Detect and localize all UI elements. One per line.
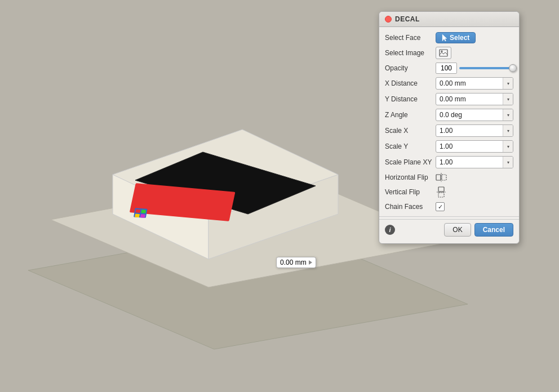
panel-header: DECAL bbox=[379, 12, 519, 27]
decal-panel: DECAL Select Face Select Select Image bbox=[379, 11, 520, 244]
panel-close-button[interactable] bbox=[385, 16, 392, 23]
svg-rect-9 bbox=[141, 210, 146, 213]
scale-x-label: Scale X bbox=[385, 127, 436, 135]
svg-point-14 bbox=[441, 51, 443, 52]
select-face-button[interactable]: Select bbox=[436, 32, 476, 43]
chain-faces-label: Chain Faces bbox=[385, 203, 436, 211]
scale-plane-xy-row: Scale Plane XY 1.00 ▾ bbox=[379, 154, 519, 170]
horizontal-flip-row: Horizontal Flip bbox=[379, 170, 519, 185]
opacity-input[interactable] bbox=[436, 63, 457, 74]
vertical-flip-control bbox=[436, 186, 513, 198]
svg-rect-10 bbox=[135, 213, 140, 217]
select-image-row: Select Image bbox=[379, 45, 519, 61]
select-face-label: Select Face bbox=[385, 34, 436, 42]
scale-plane-xy-control: 1.00 ▾ bbox=[436, 156, 513, 168]
x-distance-dropdown[interactable]: 0.00 mm ▾ bbox=[436, 77, 513, 90]
select-face-control: Select bbox=[436, 32, 513, 43]
scale-x-dropdown[interactable]: 1.00 ▾ bbox=[436, 124, 513, 137]
svg-marker-12 bbox=[442, 34, 447, 41]
distance-tooltip: 0.00 mm bbox=[276, 257, 316, 268]
svg-rect-11 bbox=[140, 214, 145, 218]
x-distance-row: X Distance 0.00 mm ▾ bbox=[379, 75, 519, 91]
z-angle-value: 0.0 deg bbox=[436, 111, 503, 119]
scale-x-row: Scale X 1.00 ▾ bbox=[379, 123, 519, 139]
panel-title: DECAL bbox=[395, 15, 420, 23]
x-distance-arrow-icon: ▾ bbox=[503, 78, 513, 89]
z-angle-dropdown[interactable]: 0.0 deg ▾ bbox=[436, 109, 513, 121]
horizontal-flip-label: Horizontal Flip bbox=[385, 173, 436, 181]
svg-rect-15 bbox=[436, 175, 441, 180]
info-label: i bbox=[389, 226, 391, 233]
scale-plane-xy-dropdown[interactable]: 1.00 ▾ bbox=[436, 156, 513, 168]
chain-faces-checkbox[interactable]: ✓ bbox=[436, 202, 445, 211]
vertical-flip-icon[interactable] bbox=[436, 186, 447, 198]
scale-plane-xy-arrow-icon: ▾ bbox=[503, 157, 513, 168]
scale-x-value: 1.00 bbox=[436, 127, 503, 135]
y-distance-value: 0.00 mm bbox=[436, 95, 503, 103]
scale-plane-xy-value: 1.00 bbox=[436, 158, 503, 166]
panel-footer: i OK Cancel bbox=[379, 219, 519, 240]
svg-rect-18 bbox=[438, 187, 444, 191]
y-distance-label: Y Distance bbox=[385, 95, 436, 103]
scale-y-arrow-icon: ▾ bbox=[503, 141, 513, 152]
select-face-row: Select Face Select bbox=[379, 30, 519, 45]
chain-faces-row: Chain Faces ✓ bbox=[379, 199, 519, 214]
cursor-icon bbox=[442, 34, 447, 42]
opacity-thumb[interactable] bbox=[509, 64, 517, 72]
horizontal-flip-control bbox=[436, 172, 513, 183]
scale-x-arrow-icon: ▾ bbox=[503, 125, 513, 136]
tooltip-arrow-icon bbox=[309, 260, 312, 265]
x-distance-value: 0.00 mm bbox=[436, 79, 503, 87]
ok-button[interactable]: OK bbox=[444, 223, 471, 237]
distance-value: 0.00 mm bbox=[280, 259, 307, 266]
scale-y-row: Scale Y 1.00 ▾ bbox=[379, 139, 519, 154]
y-distance-dropdown[interactable]: 0.00 mm ▾ bbox=[436, 93, 513, 105]
image-icon bbox=[439, 49, 448, 57]
vertical-flip-label: Vertical Flip bbox=[385, 188, 436, 196]
x-distance-control: 0.00 mm ▾ bbox=[436, 77, 513, 90]
scale-plane-xy-label: Scale Plane XY bbox=[385, 158, 436, 166]
opacity-slider[interactable] bbox=[459, 67, 513, 69]
scale-y-label: Scale Y bbox=[385, 142, 436, 150]
scale-y-dropdown[interactable]: 1.00 ▾ bbox=[436, 140, 513, 153]
opacity-control bbox=[436, 63, 513, 74]
select-button-label: Select bbox=[450, 34, 469, 42]
y-distance-control: 0.00 mm ▾ bbox=[436, 93, 513, 105]
svg-rect-13 bbox=[440, 50, 447, 56]
svg-rect-8 bbox=[135, 209, 140, 213]
footer-divider bbox=[379, 216, 519, 217]
x-distance-label: X Distance bbox=[385, 79, 436, 87]
z-angle-row: Z Angle 0.0 deg ▾ bbox=[379, 107, 519, 123]
z-angle-control: 0.0 deg ▾ bbox=[436, 109, 513, 121]
z-angle-label: Z Angle bbox=[385, 111, 436, 119]
svg-rect-19 bbox=[438, 193, 444, 197]
cancel-button[interactable]: Cancel bbox=[474, 223, 513, 237]
horizontal-flip-icon[interactable] bbox=[436, 172, 447, 183]
y-distance-row: Y Distance 0.00 mm ▾ bbox=[379, 91, 519, 107]
vertical-flip-row: Vertical Flip bbox=[379, 185, 519, 199]
z-angle-arrow-icon: ▾ bbox=[503, 109, 513, 121]
panel-body: Select Face Select Select Image bbox=[379, 27, 519, 243]
chain-faces-control: ✓ bbox=[436, 202, 513, 211]
scale-y-control: 1.00 ▾ bbox=[436, 140, 513, 153]
opacity-label: Opacity bbox=[385, 64, 436, 72]
select-image-label: Select Image bbox=[385, 49, 436, 57]
svg-rect-16 bbox=[442, 175, 446, 180]
info-icon[interactable]: i bbox=[385, 225, 395, 235]
opacity-row: Opacity bbox=[379, 61, 519, 75]
scale-x-control: 1.00 ▾ bbox=[436, 124, 513, 137]
scale-y-value: 1.00 bbox=[436, 142, 503, 150]
y-distance-arrow-icon: ▾ bbox=[503, 93, 513, 105]
select-image-button[interactable] bbox=[436, 47, 451, 59]
select-image-control bbox=[436, 47, 513, 59]
